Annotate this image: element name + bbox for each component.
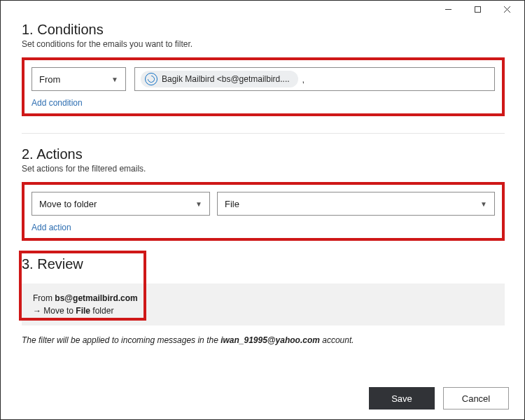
chevron-down-icon: ▼ bbox=[111, 76, 118, 83]
dialog-footer: Save Cancel bbox=[369, 387, 509, 410]
contact-avatar-icon bbox=[145, 73, 158, 85]
chip-separator: , bbox=[302, 74, 305, 85]
minimize-button[interactable] bbox=[433, 1, 463, 18]
footnote-suffix: account. bbox=[320, 335, 354, 345]
chevron-down-icon: ▼ bbox=[195, 200, 202, 208]
footnote: The filter will be applied to incoming m… bbox=[22, 335, 505, 345]
review-folder-value: File bbox=[76, 306, 90, 316]
footnote-prefix: The filter will be applied to incoming m… bbox=[22, 335, 220, 345]
review-from-prefix: From bbox=[33, 293, 55, 303]
action-folder-select[interactable]: File ▼ bbox=[217, 192, 495, 216]
conditions-highlight: From ▼ Bagik Mailbird <bs@getmailbird...… bbox=[22, 57, 505, 116]
dialog-window: 1. Conditions Set conditions for the ema… bbox=[0, 0, 525, 420]
action-type-value: Move to folder bbox=[39, 199, 97, 209]
actions-subtitle: Set actions for the filtered emails. bbox=[22, 164, 505, 174]
cancel-button[interactable]: Cancel bbox=[443, 387, 509, 410]
conditions-title: 1. Conditions bbox=[22, 22, 505, 38]
titlebar bbox=[1, 1, 524, 22]
contact-chip-label: Bagik Mailbird <bs@getmailbird.... bbox=[162, 74, 290, 84]
footnote-account: iwan_91995@yahoo.com bbox=[220, 335, 320, 345]
review-folder-suffix: folder bbox=[90, 306, 113, 316]
review-title: 3. Review bbox=[22, 256, 505, 272]
maximize-button[interactable] bbox=[463, 1, 492, 18]
add-condition-link[interactable]: Add condition bbox=[31, 98, 495, 108]
review-section: 3. Review From bs@getmailbird.com → Move… bbox=[22, 256, 505, 326]
svg-rect-1 bbox=[475, 6, 480, 12]
action-folder-value: File bbox=[225, 199, 239, 209]
condition-value-input[interactable]: Bagik Mailbird <bs@getmailbird.... , bbox=[134, 67, 495, 91]
condition-field-select[interactable]: From ▼ bbox=[31, 67, 126, 91]
save-button[interactable]: Save bbox=[369, 387, 435, 410]
action-type-select[interactable]: Move to folder ▼ bbox=[31, 192, 210, 216]
review-from-value: bs@getmailbird.com bbox=[55, 293, 137, 303]
add-action-link[interactable]: Add action bbox=[31, 223, 495, 232]
section-divider bbox=[22, 133, 505, 134]
condition-field-value: From bbox=[39, 74, 60, 85]
actions-title: 2. Actions bbox=[22, 146, 505, 162]
review-summary: From bs@getmailbird.com → Move to File f… bbox=[22, 284, 505, 326]
close-button[interactable] bbox=[492, 1, 522, 18]
chevron-down-icon: ▼ bbox=[480, 200, 487, 208]
actions-highlight: Move to folder ▼ File ▼ Add action bbox=[22, 182, 505, 241]
conditions-subtitle: Set conditions for the emails you want t… bbox=[22, 39, 505, 49]
review-arrow: → Move to bbox=[33, 306, 76, 316]
contact-chip[interactable]: Bagik Mailbird <bs@getmailbird.... bbox=[141, 71, 298, 88]
